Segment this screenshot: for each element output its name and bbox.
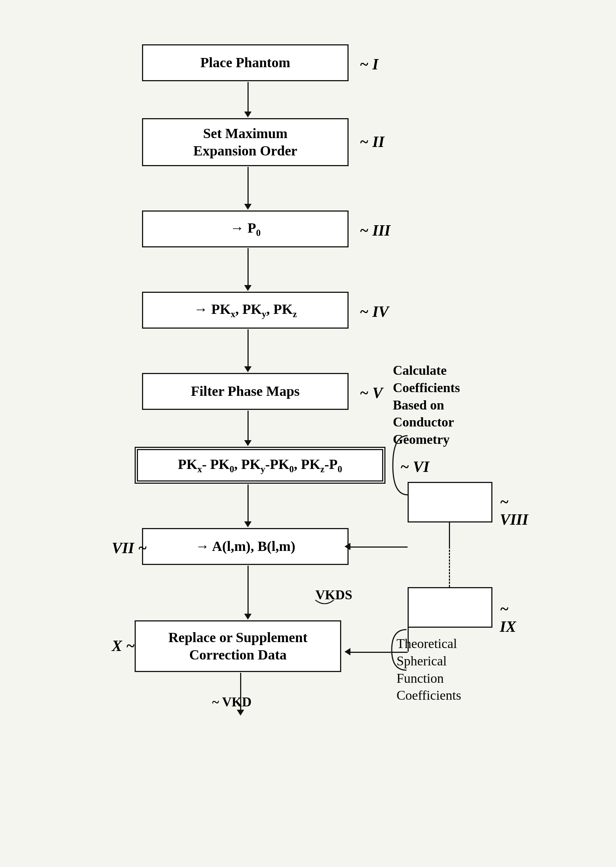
horiz-line-IX-X xyxy=(349,652,408,653)
vkds-brace xyxy=(314,598,336,609)
tag-II: ~ II xyxy=(360,133,384,151)
tag-V: ~ V xyxy=(360,384,382,402)
arrow-2-3 xyxy=(244,167,251,210)
tag-I: ~ I xyxy=(360,55,379,73)
arrow-4-5 xyxy=(244,329,251,372)
box-p0: → P0 xyxy=(142,210,349,247)
horiz-line-VIII-VII xyxy=(349,547,408,548)
tag-X: X ~ xyxy=(112,637,135,655)
arrow-5-6 xyxy=(244,411,251,446)
theoretical-label: TheoreticalSphericalFunctionCoefficients xyxy=(396,635,500,704)
box-alm-blm: → A(l,m), B(l,m) xyxy=(142,528,349,565)
vkd-label: ~ VKD xyxy=(212,694,251,710)
arrow-6-7 xyxy=(244,484,251,527)
brace-svg xyxy=(385,355,415,524)
arrowhead-IX-X xyxy=(344,648,350,656)
box-pk-diff: PKx- PK0, PKy-PK0, PKz-P0 xyxy=(135,447,385,484)
box-replace-supplement: Replace or SupplementCorrection Data xyxy=(135,620,341,672)
box-pk: → PKx, PKy, PKz xyxy=(142,292,349,329)
tag-IV: ~ IV xyxy=(360,303,389,320)
arrow-7-X xyxy=(244,566,251,620)
vert-IX-horiz xyxy=(408,628,409,652)
tag-VIII: ~ VIII xyxy=(500,493,528,528)
vert-line-VIII xyxy=(449,522,450,547)
tag-VII: VII ~ xyxy=(112,539,147,557)
box-filter-phase: Filter Phase Maps xyxy=(142,373,349,410)
box-VIII xyxy=(408,482,492,522)
arrowhead-VIII-VII xyxy=(344,543,350,550)
arrow-1-2 xyxy=(244,82,251,117)
tag-IX: ~ IX xyxy=(500,600,516,635)
box-set-maximum: Set MaximumExpansion Order xyxy=(142,118,349,166)
dashed-VIII-IX xyxy=(449,547,450,587)
arrow-3-4 xyxy=(244,248,251,291)
box-IX xyxy=(408,587,492,628)
box-place-phantom: Place Phantom xyxy=(142,44,349,81)
tag-III: ~ III xyxy=(360,222,390,239)
diagram: Place Phantom ~ I Set MaximumExpansion O… xyxy=(105,22,511,834)
